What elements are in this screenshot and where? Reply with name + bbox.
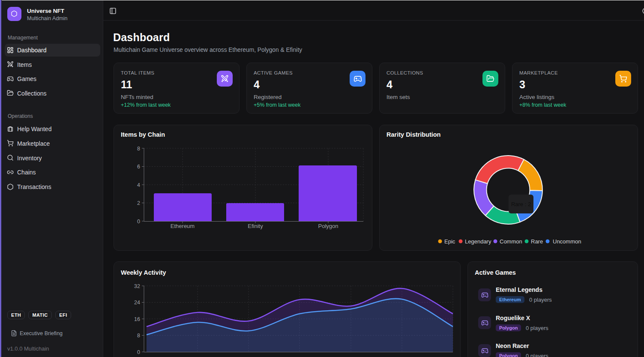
svg-text:0: 0 <box>137 219 140 225</box>
svg-text:Legendary: Legendary <box>465 238 491 245</box>
svg-text:32: 32 <box>134 283 140 289</box>
svg-text:6: 6 <box>137 164 140 170</box>
svg-text:16: 16 <box>134 316 140 322</box>
svg-text:24: 24 <box>134 300 140 306</box>
svg-text:Rare: Rare <box>531 238 543 245</box>
svg-text:Ethereum: Ethereum <box>171 223 195 229</box>
svg-text:Polygon: Polygon <box>318 223 338 229</box>
svg-text:Uncommon: Uncommon <box>553 238 581 245</box>
svg-text:2: 2 <box>137 200 140 206</box>
svg-text:8: 8 <box>137 333 140 339</box>
svg-text:8: 8 <box>137 146 140 152</box>
svg-text:4: 4 <box>137 182 140 188</box>
svg-text:Efinity: Efinity <box>248 223 263 229</box>
svg-text:Rare : 2: Rare : 2 <box>511 201 531 207</box>
svg-text:0: 0 <box>137 349 140 355</box>
svg-text:Epic: Epic <box>444 238 455 245</box>
svg-text:Common: Common <box>500 238 522 245</box>
